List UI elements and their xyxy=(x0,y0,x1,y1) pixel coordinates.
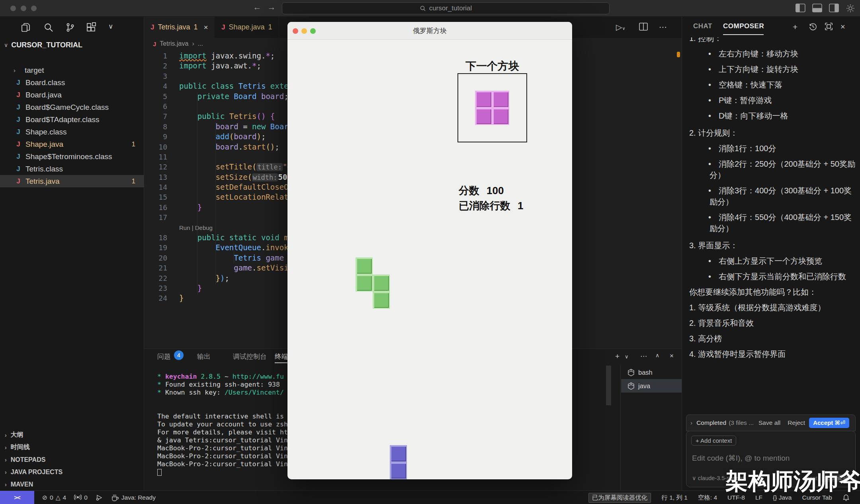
composer-tab-underline xyxy=(723,34,764,35)
accept-button[interactable]: Accept ⌘⏎ xyxy=(809,418,849,428)
window-close-icon[interactable] xyxy=(10,6,16,11)
cursor-position[interactable]: 行 1, 列 1 xyxy=(661,494,687,502)
tetris-window[interactable]: 俄罗斯方块 下一个方块 分数100 已消除行数1 xyxy=(287,22,572,479)
tree-item-board-gamecycle-class[interactable]: JBoard$GameCycle.class xyxy=(0,101,144,113)
java-file-icon: J xyxy=(14,128,22,136)
window-minimize-icon[interactable] xyxy=(21,6,26,11)
problems-status[interactable]: ⊘ 0 △ 4 xyxy=(42,494,66,501)
run-button[interactable]: ▷∨ xyxy=(616,22,625,32)
tree-item-shape-tetrominoes-class[interactable]: JShape$Tetrominoes.class xyxy=(0,150,144,163)
expand-icon[interactable] xyxy=(825,22,833,31)
sidebar-section-5[interactable]: ›MAVEN xyxy=(0,478,144,490)
split-editor-icon[interactable] xyxy=(639,22,648,31)
code-token: javax.swing. xyxy=(207,51,266,60)
save-all-button[interactable]: Save all xyxy=(758,419,780,426)
java-status[interactable]: Java: Ready xyxy=(111,494,156,501)
tetris-window-title: 俄罗斯方块 xyxy=(287,22,572,40)
toggle-sidebar-icon[interactable] xyxy=(796,4,805,12)
composer-review-bar: › Completed (3 files ... Save all Reject… xyxy=(686,414,856,431)
chevron-right-icon: › xyxy=(14,67,22,74)
new-chat-icon[interactable]: + xyxy=(793,22,797,32)
modified-badge: 1 xyxy=(132,140,135,148)
tree-item-tetris-java[interactable]: JTetris.java1 xyxy=(0,175,144,187)
tab-tetris-java[interactable]: J Tetris.java 1 × xyxy=(144,17,215,38)
line-number: 6 xyxy=(144,101,173,111)
indentation-status[interactable]: 空格: 4 xyxy=(698,494,717,502)
editor-gutter: 123456789101112131415161718192021222324 xyxy=(144,51,173,304)
sidebar-section-3[interactable]: ›NOTEPADS xyxy=(0,453,144,466)
close-panel-icon[interactable]: × xyxy=(840,22,845,31)
code-token: title: xyxy=(256,163,282,171)
java-file-icon: J xyxy=(14,140,22,148)
window-zoom-icon[interactable] xyxy=(31,6,37,11)
toggle-panel-icon[interactable] xyxy=(812,4,822,12)
code-token: public xyxy=(197,112,225,121)
settings-gear-icon[interactable] xyxy=(846,4,855,13)
line-number: 11 xyxy=(144,152,173,162)
panel-close-icon[interactable]: × xyxy=(670,352,674,360)
tree-item-board-class[interactable]: JBoard.class xyxy=(0,76,144,89)
section-label: MAVEN xyxy=(11,481,33,488)
section-label: 大纲 xyxy=(11,431,23,439)
tab-problems[interactable]: 问题 xyxy=(157,352,171,361)
chevron-down-icon[interactable]: ∨ xyxy=(108,22,113,31)
tree-root-folder[interactable]: ∨ CURSOR_TUTORIAL xyxy=(4,39,143,51)
more-actions-icon[interactable]: ⋯ xyxy=(659,22,667,32)
explorer-icon[interactable] xyxy=(21,22,31,33)
tab-chat[interactable]: CHAT xyxy=(693,22,712,30)
code-token: . xyxy=(238,142,243,151)
code-token: ( xyxy=(229,132,234,141)
command-center-search[interactable]: cursor_tutorial xyxy=(282,2,610,14)
tab-close-icon[interactable]: × xyxy=(204,23,208,32)
launch-status[interactable] xyxy=(96,494,103,501)
tab-output[interactable]: 输出 xyxy=(197,352,211,361)
new-terminal-icon[interactable]: + xyxy=(615,352,620,361)
chat-text: 3. 界面显示： xyxy=(689,240,856,251)
terminal-dropdown-icon[interactable]: ∨ xyxy=(625,354,629,360)
shell-item-bash[interactable]: bash xyxy=(621,366,682,379)
history-icon[interactable] xyxy=(809,22,817,31)
code-token xyxy=(229,92,234,101)
nav-forward-button[interactable]: → xyxy=(266,2,277,12)
tab-terminal[interactable]: 终端 xyxy=(275,352,288,361)
chevron-right-icon[interactable]: › xyxy=(690,419,692,426)
sidebar-section-1[interactable]: ›大纲 xyxy=(0,429,144,441)
stack-cell xyxy=(390,445,407,462)
score-area: 分数100 已消除行数1 xyxy=(459,183,523,213)
sidebar-section-2[interactable]: ›时间线 xyxy=(0,441,144,453)
panel-more-icon[interactable]: ⋯ xyxy=(640,352,647,360)
toggle-secondary-sidebar-icon[interactable] xyxy=(829,4,839,12)
shell-item-java[interactable]: java xyxy=(621,379,682,393)
file-label: Board$TAdapter.class xyxy=(25,115,144,124)
chat-text: 2. 计分规则： xyxy=(689,127,856,138)
reject-button[interactable]: Reject xyxy=(788,419,805,426)
source-control-icon[interactable] xyxy=(65,22,75,33)
sidebar-section-4[interactable]: ›JAVA PROJECTS xyxy=(0,466,144,478)
ports-status[interactable]: 0 xyxy=(74,494,88,501)
add-context-button[interactable]: + Add context xyxy=(691,436,736,446)
chat-bullet: 空格键：快速下落 xyxy=(688,79,856,90)
screen-reader-status[interactable]: 已为屏幕阅读器优化 xyxy=(588,493,651,503)
tab-debug-console[interactable]: 调试控制台 xyxy=(233,352,267,361)
tree-item-tetris-class[interactable]: JTetris.class xyxy=(0,163,144,175)
file-label: Board.class xyxy=(25,78,144,87)
panel-maximize-icon[interactable]: ∧ xyxy=(655,352,659,358)
search-sidebar-icon[interactable] xyxy=(43,22,54,33)
tab-shape-java[interactable]: J Shape.java 1 xyxy=(215,17,279,38)
terminal-scrollbar[interactable] xyxy=(606,366,611,405)
chevron-right-icon: › xyxy=(5,432,7,438)
tree-item-shape-java[interactable]: JShape.java1 xyxy=(0,138,144,150)
chat-bullet: 左右方向键：移动方块 xyxy=(688,48,856,59)
tree-item-board-java[interactable]: JBoard.java xyxy=(0,89,144,101)
nav-back-button[interactable]: ← xyxy=(252,2,263,12)
tree-item-board-tadapter-class[interactable]: JBoard$TAdapter.class xyxy=(0,113,144,126)
tree-item-target[interactable]: ›target xyxy=(0,64,144,76)
terminal-token: /Users/Vincent/ xyxy=(225,389,284,396)
shell-cube-icon xyxy=(627,382,635,390)
terminal-token: & java Tetris:cursor_tutorial Vin xyxy=(157,436,288,444)
chevron-expanded-icon: ∨ xyxy=(4,42,8,48)
tab-composer[interactable]: COMPOSER xyxy=(723,22,764,30)
tree-item-shape-class[interactable]: JShape.class xyxy=(0,126,144,138)
remote-indicator[interactable]: >< xyxy=(0,491,34,504)
extensions-icon[interactable] xyxy=(86,22,96,33)
